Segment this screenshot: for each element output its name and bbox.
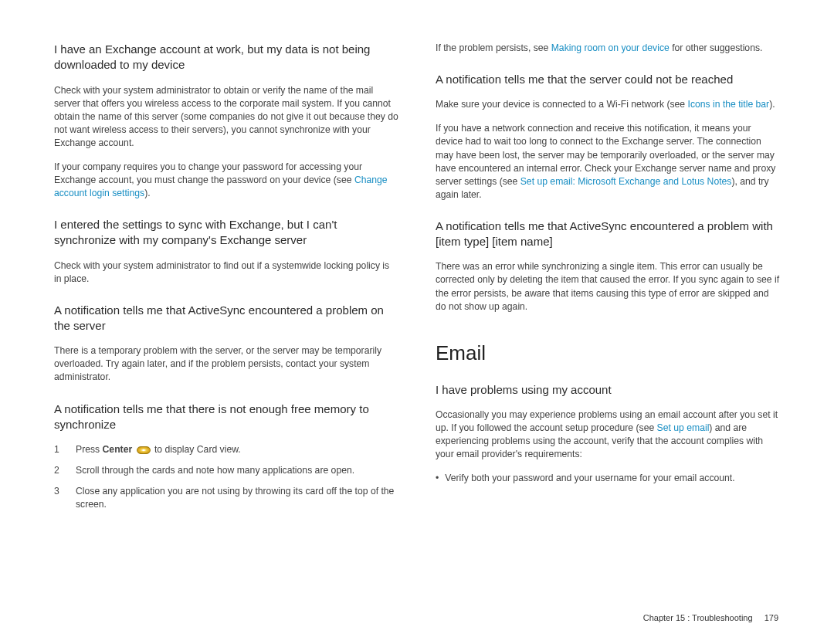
link-icons-title-bar[interactable]: Icons in the title bar	[688, 99, 770, 110]
text-fragment: If the problem persists, see	[436, 42, 551, 53]
body-text: Check with your system administrator to …	[54, 84, 398, 150]
text-fragment: to display Card view.	[152, 444, 241, 455]
link-setup-email-exchange[interactable]: Set up email: Microsoft Exchange and Lot…	[520, 176, 732, 187]
body-text: There was an error while synchronizing a…	[436, 260, 780, 313]
link-set-up-email[interactable]: Set up email	[657, 422, 710, 433]
body-text: If your company requires you to change y…	[54, 161, 398, 200]
step-text: Close any application you are not using …	[76, 485, 398, 511]
page-footer: Chapter 15 : Troubleshooting 179	[643, 613, 778, 622]
bullet-text: Verify both your password and your usern…	[445, 472, 734, 485]
body-text: Make sure your device is connected to a …	[436, 98, 780, 111]
bold-text: Center	[103, 444, 133, 455]
body-text: There is a temporary problem with the se…	[54, 344, 398, 384]
step-number: 3	[54, 485, 63, 511]
bullet-item: • Verify both your password and your use…	[436, 472, 780, 485]
step-item: 3 Close any application you are not usin…	[54, 485, 398, 511]
heading-activesync-item-problem: A notification tells me that ActiveSync …	[436, 219, 780, 250]
step-number: 2	[54, 464, 63, 477]
body-text: Check with your system administrator to …	[54, 259, 398, 286]
link-making-room[interactable]: Making room on your device	[551, 42, 670, 53]
body-text: If you have a network connection and rec…	[436, 122, 780, 201]
step-text: Press Center to display Card view.	[76, 443, 398, 456]
section-title-email: Email	[436, 341, 780, 365]
heading-activesync-server-problem: A notification tells me that ActiveSync …	[54, 303, 398, 334]
step-text: Scroll through the cards and note how ma…	[76, 464, 398, 477]
heading-exchange-not-downloaded: I have an Exchange account at work, but …	[54, 42, 398, 73]
right-column: If the problem persists, see Making room…	[436, 42, 780, 522]
step-item: 2 Scroll through the cards and note how …	[54, 464, 398, 477]
heading-cant-sync-exchange: I entered the settings to sync with Exch…	[54, 217, 398, 249]
heading-not-enough-memory: A notification tells me that there is no…	[54, 402, 398, 433]
text-fragment: If your company requires you to change y…	[54, 161, 362, 185]
body-text: If the problem persists, see Making room…	[436, 42, 780, 55]
center-button-icon	[137, 446, 151, 454]
steps-list: 1 Press Center to display Card view. 2 S…	[54, 443, 398, 511]
step-number: 1	[54, 443, 63, 456]
text-fragment: Press	[76, 444, 103, 455]
step-item: 1 Press Center to display Card view.	[54, 443, 398, 456]
body-text: Occasionally you may experience problems…	[436, 408, 780, 461]
heading-problems-using-account: I have problems using my account	[436, 382, 780, 398]
page-content: I have an Exchange account at work, but …	[0, 0, 834, 522]
left-column: I have an Exchange account at work, but …	[54, 42, 398, 522]
text-fragment: for other suggestions.	[670, 42, 763, 53]
text-fragment: Make sure your device is connected to a …	[436, 99, 688, 110]
page-number: 179	[764, 613, 778, 622]
text-fragment: ).	[144, 188, 150, 198]
text-fragment: ).	[769, 99, 775, 110]
bullet-marker: •	[436, 472, 439, 485]
heading-server-not-reached: A notification tells me that the server …	[436, 72, 780, 87]
chapter-label: Chapter 15 : Troubleshooting	[643, 613, 753, 622]
